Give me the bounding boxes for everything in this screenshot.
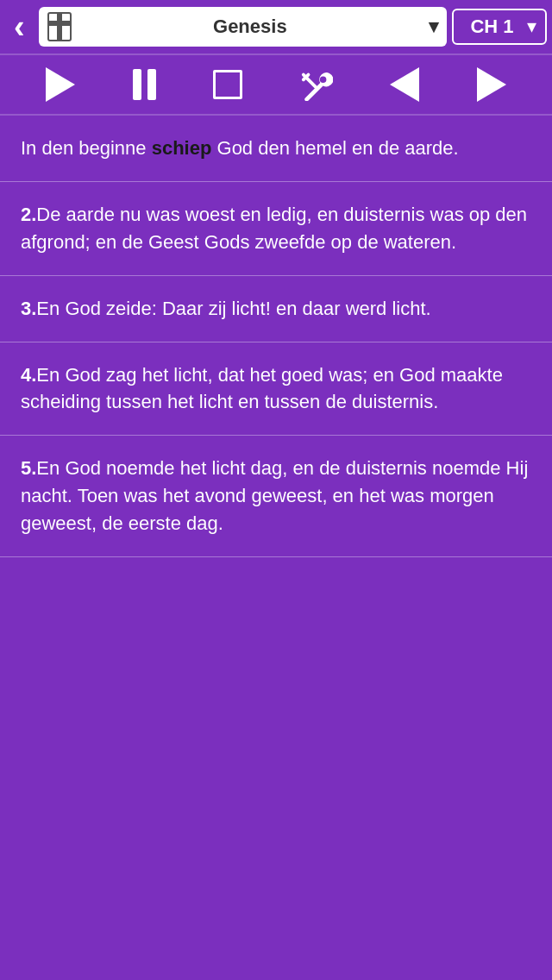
bible-cross-icon	[47, 12, 72, 41]
pause-icon	[133, 69, 156, 100]
back-button[interactable]: ‹	[5, 7, 34, 47]
verse-1-text-after: God den hemel en de aarde.	[211, 137, 458, 159]
verse-5-text: En God noemde het licht dag, en de duist…	[21, 457, 528, 534]
verse-2-number: 2.	[21, 204, 36, 225]
verse-1: In den beginne schiep God den hemel en d…	[0, 116, 552, 182]
verse-2: 2.De aarde nu was woest en ledig, en dui…	[0, 182, 552, 276]
chapter-chevron-icon: ▾	[527, 16, 536, 38]
verse-2-text: De aarde nu was woest en ledig, en duist…	[21, 204, 527, 253]
play-icon	[46, 67, 75, 102]
play-button[interactable]	[46, 67, 75, 102]
verse-list: In den beginne schiep God den hemel en d…	[0, 116, 552, 557]
chapter-label: CH 1	[462, 16, 522, 38]
verse-4-text: En God zag het licht, dat het goed was; …	[21, 364, 503, 413]
settings-button[interactable]	[300, 68, 333, 101]
top-nav-bar: ‹ Genesis ▾ CH 1 ▾	[0, 0, 552, 55]
book-chevron-icon: ▾	[429, 16, 438, 38]
verse-3-number: 3.	[21, 298, 36, 319]
pause-button[interactable]	[133, 69, 156, 100]
svg-rect-1	[47, 21, 72, 26]
stop-button[interactable]	[213, 70, 242, 99]
verse-5: 5.En God noemde het licht dag, en de dui…	[0, 436, 552, 557]
next-icon	[477, 67, 506, 102]
svg-rect-0	[57, 12, 62, 41]
chapter-selector[interactable]: CH 1 ▾	[452, 9, 547, 45]
prev-icon	[390, 67, 419, 102]
wrench-icon	[300, 68, 333, 101]
verse-1-text-before: In den beginne	[21, 137, 152, 159]
verse-1-highlight: schiep	[152, 137, 212, 159]
verse-3-text: En God zeide: Daar zij licht! en daar we…	[36, 298, 430, 319]
verse-4: 4.En God zag het licht, dat het goed was…	[0, 342, 552, 437]
book-name: Genesis	[78, 16, 422, 38]
verse-3: 3.En God zeide: Daar zij licht! en daar …	[0, 276, 552, 342]
prev-chapter-button[interactable]	[390, 67, 419, 102]
verse-5-number: 5.	[21, 457, 36, 479]
book-selector[interactable]: Genesis ▾	[39, 7, 447, 47]
stop-icon	[213, 70, 242, 99]
verse-4-number: 4.	[21, 364, 36, 386]
next-chapter-button[interactable]	[477, 67, 506, 102]
playback-toolbar	[0, 55, 552, 116]
